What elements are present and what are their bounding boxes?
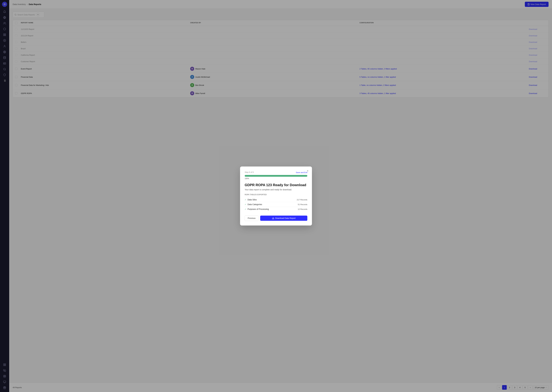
modal-step-row: Step 6 of 6 Save and Exit (245, 171, 307, 174)
modal-subtitle: Your data report is complete and ready f… (245, 189, 307, 191)
modal-overlay[interactable]: × Step 6 of 6 Save and Exit 100% GDPR RO… (0, 0, 552, 392)
ropa-item: ✓ Purposes of Processing 12 Records (245, 207, 307, 211)
ropa-item-count: 217 Records (297, 199, 307, 201)
previous-button[interactable]: Previous (245, 216, 258, 221)
ropa-item: ✓ Data Categories 51 Records (245, 202, 307, 207)
ropa-check-icon: ✓ (245, 203, 246, 206)
modal-title: GDPR ROPA 123 Ready for Download (245, 183, 307, 187)
ropa-item-label: Data Silos (247, 198, 257, 201)
ropa-item-count: 51 Records (298, 203, 307, 206)
download-label: Download Data Report (275, 217, 296, 219)
ropa-item-label: Purposes of Processing (247, 208, 269, 210)
ropa-check-icon: ✓ (245, 198, 246, 201)
download-button[interactable]: Download Data Report (260, 216, 307, 221)
progress-bar-background (245, 175, 307, 177)
progress-bar-fill (245, 175, 307, 177)
ropa-items-list: ✓ Data Silos 217 Records ✓ Data Categori… (245, 197, 307, 211)
ropa-item-count: 12 Records (298, 208, 307, 210)
ropa-check-icon: ✓ (245, 208, 246, 210)
ropa-item-label: Data Categories (247, 203, 262, 206)
download-modal: × Step 6 of 6 Save and Exit 100% GDPR RO… (240, 167, 312, 225)
ropa-section-label: ROPA Tables Exported (245, 194, 307, 196)
modal-step-label: Step 6 of 6 (245, 171, 254, 173)
ropa-item: ✓ Data Silos 217 Records (245, 197, 307, 202)
modal-actions: Previous Download Data Report (245, 216, 307, 221)
modal-close-button[interactable]: × (306, 169, 310, 173)
progress-percent: 100% (245, 178, 307, 180)
